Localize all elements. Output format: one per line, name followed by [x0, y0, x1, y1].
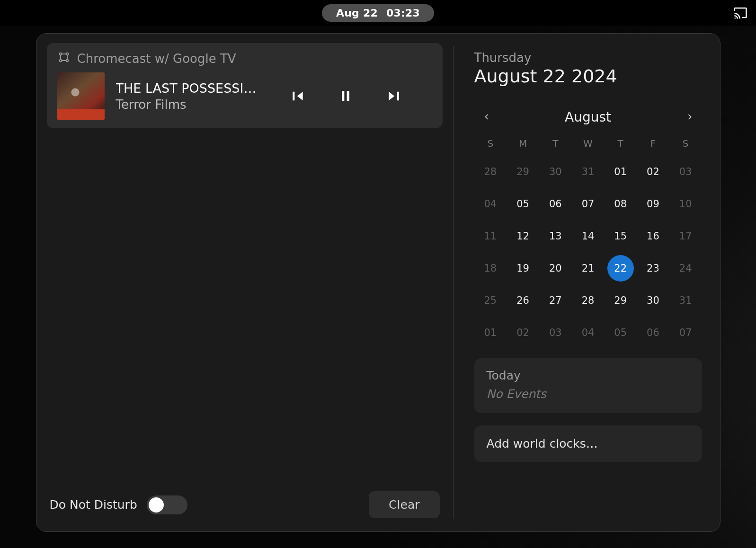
calendar-day[interactable]: 13 [539, 227, 572, 246]
calendar-day[interactable]: 06 [539, 194, 572, 213]
play-pause-button[interactable] [332, 83, 359, 109]
datemenu-popover: Chromecast w/ Google TV THE LAST POSSESS… [36, 33, 720, 532]
calendar-day[interactable]: 14 [572, 227, 605, 246]
calendar-day[interactable]: 24 [669, 259, 702, 278]
dnd-toggle[interactable] [147, 495, 187, 514]
calendar-day[interactable]: 27 [539, 291, 572, 310]
calendar-dow: F [637, 138, 669, 149]
calendar-day[interactable]: 18 [474, 259, 507, 278]
calendar-day[interactable]: 16 [637, 227, 669, 246]
calendar: August SMTWTFS28293031010203040506070809… [474, 107, 702, 342]
skip-forward-icon [386, 88, 401, 104]
events-subtitle: No Events [487, 387, 690, 401]
calendar-day[interactable]: 23 [637, 259, 669, 278]
calendar-day[interactable]: 12 [507, 227, 539, 246]
calendar-dow: T [539, 138, 572, 149]
calendar-day[interactable]: 26 [507, 291, 539, 310]
calendar-day[interactable]: 15 [604, 227, 637, 246]
cast-source-icon [57, 51, 71, 67]
media-card: Chromecast w/ Google TV THE LAST POSSESS… [47, 43, 443, 128]
top-bar: Aug 22 03:23 [0, 0, 756, 26]
svg-point-2 [66, 53, 68, 55]
calendar-day[interactable]: 17 [669, 227, 702, 246]
calendar-pane: Thursday August 22 2024 August SMTWTFS28… [454, 34, 720, 531]
media-title: THE LAST POSSESSIO… [116, 81, 263, 96]
calendar-day[interactable]: 21 [572, 259, 605, 278]
calendar-day[interactable]: 03 [539, 323, 572, 342]
media-subtitle: Terror Films [116, 97, 263, 112]
next-month-button[interactable] [680, 107, 699, 126]
chevron-right-icon [685, 112, 694, 122]
svg-rect-6 [347, 91, 349, 101]
date-weekday: Thursday [474, 51, 702, 65]
add-world-clocks-button[interactable]: Add world clocks… [474, 425, 702, 462]
clock-date: Aug 22 [336, 7, 378, 19]
svg-point-4 [66, 60, 68, 62]
calendar-day[interactable]: 25 [474, 291, 507, 310]
calendar-day[interactable]: 07 [572, 194, 605, 213]
svg-point-1 [59, 53, 62, 55]
calendar-dow: S [474, 138, 507, 149]
calendar-day[interactable]: 29 [604, 291, 637, 310]
svg-rect-5 [342, 91, 344, 101]
calendar-day[interactable]: 28 [474, 162, 507, 181]
calendar-month-label: August [565, 109, 611, 125]
prev-month-button[interactable] [477, 107, 496, 126]
calendar-day[interactable]: 05 [507, 194, 539, 213]
calendar-day[interactable]: 04 [572, 323, 605, 342]
calendar-day[interactable]: 02 [637, 162, 669, 181]
media-artwork [57, 72, 105, 120]
calendar-day[interactable]: 20 [539, 259, 572, 278]
toggle-knob [149, 497, 164, 513]
events-title: Today [487, 369, 690, 382]
calendar-day[interactable]: 01 [604, 162, 637, 181]
calendar-day[interactable]: 19 [507, 259, 539, 278]
calendar-day[interactable]: 02 [507, 323, 539, 342]
calendar-day[interactable]: 01 [474, 323, 507, 342]
cast-icon[interactable] [733, 6, 747, 20]
calendar-dow: W [572, 138, 605, 149]
calendar-day[interactable]: 07 [669, 323, 702, 342]
dnd-label: Do Not Disturb [50, 498, 137, 512]
calendar-day-today[interactable]: 22 [604, 259, 637, 278]
chevron-left-icon [482, 112, 491, 122]
notifications-pane: Chromecast w/ Google TV THE LAST POSSESS… [36, 34, 453, 531]
previous-button[interactable] [285, 83, 311, 109]
calendar-dow: M [507, 138, 539, 149]
calendar-dow: S [669, 138, 702, 149]
calendar-day[interactable]: 05 [604, 323, 637, 342]
pause-icon [338, 88, 353, 104]
calendar-day[interactable]: 03 [669, 162, 702, 181]
calendar-day[interactable]: 29 [507, 162, 539, 181]
clock-pill[interactable]: Aug 22 03:23 [322, 4, 434, 22]
clear-button[interactable]: Clear [369, 491, 439, 518]
calendar-day[interactable]: 04 [474, 194, 507, 213]
calendar-day[interactable]: 30 [539, 162, 572, 181]
date-full: August 22 2024 [474, 66, 702, 87]
calendar-day[interactable]: 08 [604, 194, 637, 213]
media-source: Chromecast w/ Google TV [77, 52, 236, 66]
calendar-dow: T [604, 138, 637, 149]
calendar-day[interactable]: 06 [637, 323, 669, 342]
svg-point-0 [735, 18, 736, 19]
calendar-day[interactable]: 31 [572, 162, 605, 181]
calendar-day[interactable]: 28 [572, 291, 605, 310]
clock-time: 03:23 [386, 7, 420, 19]
svg-point-3 [59, 60, 62, 62]
calendar-day[interactable]: 31 [669, 291, 702, 310]
calendar-day[interactable]: 09 [637, 194, 669, 213]
skip-back-icon [290, 88, 305, 104]
next-button[interactable] [381, 83, 407, 109]
calendar-day[interactable]: 30 [637, 291, 669, 310]
calendar-day[interactable]: 10 [669, 194, 702, 213]
events-card: Today No Events [474, 358, 702, 413]
calendar-day[interactable]: 11 [474, 227, 507, 246]
